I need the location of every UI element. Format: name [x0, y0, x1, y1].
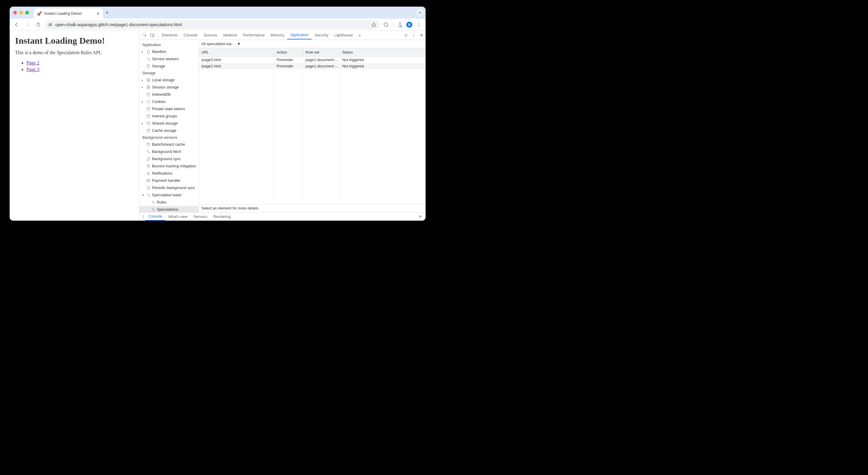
- svg-point-26: [147, 143, 150, 144]
- sidebar-item[interactable]: Notifications: [140, 170, 199, 177]
- minimize-window-button[interactable]: [19, 11, 23, 14]
- close-tab-icon[interactable]: ✕: [96, 11, 100, 16]
- profile-avatar[interactable]: B: [406, 22, 412, 28]
- tab-console[interactable]: Console: [181, 31, 200, 39]
- devtools-tabbar: Elements Console Sources Network Perform…: [140, 31, 426, 40]
- table-row[interactable]: /page2.html Prerender page1-document-… N…: [199, 63, 426, 69]
- drawer-tab-sensors[interactable]: Sensors: [190, 212, 210, 220]
- svg-point-19: [147, 100, 150, 103]
- application-main: All speculative loa… ▼ URL Action Rule s…: [199, 40, 426, 212]
- sidebar-item[interactable]: Storage: [140, 63, 199, 70]
- page-link[interactable]: Page 2: [27, 60, 39, 65]
- sidebar-item[interactable]: ▼Speculative loads: [140, 191, 199, 199]
- sidebar-item[interactable]: Periodic background sync: [140, 184, 199, 191]
- sidebar-item[interactable]: Private state tokens: [140, 106, 199, 113]
- sidebar-item-label: Interest groups: [152, 113, 177, 119]
- sidebar-item[interactable]: Service workers: [140, 55, 199, 63]
- close-devtools-icon[interactable]: ✕: [418, 33, 426, 38]
- sidebar-item[interactable]: ▸Session storage: [140, 84, 199, 91]
- svg-point-21: [149, 102, 149, 102]
- tab-favicon: 🚀: [37, 11, 42, 16]
- svg-point-10: [413, 33, 414, 34]
- site-settings-icon[interactable]: [48, 22, 53, 27]
- drawer-tab-console[interactable]: Console: [145, 212, 165, 220]
- drawer-tab-rendering[interactable]: Rendering: [210, 212, 234, 220]
- tab-elements[interactable]: Elements: [159, 31, 181, 39]
- cell-action: Prerender: [274, 57, 303, 63]
- browser-window: 🚀 Instant Loading Demo! ✕ + open-chalk-a…: [10, 7, 426, 220]
- col-header-ruleset[interactable]: Rule set: [303, 48, 340, 56]
- sidebar-subitem[interactable]: Rules: [140, 199, 199, 206]
- drawer-menu-icon[interactable]: [141, 215, 145, 219]
- maximize-window-button[interactable]: [25, 11, 29, 14]
- arrows-icon: [151, 207, 156, 212]
- tab-application[interactable]: Application: [287, 31, 311, 39]
- sidebar-subitem[interactable]: Speculations: [140, 206, 199, 212]
- sidebar-item[interactable]: ▸Manifest: [140, 48, 199, 55]
- tab-security[interactable]: Security: [312, 31, 331, 39]
- tree-arrow-icon: ▸: [142, 84, 145, 90]
- forward-button[interactable]: [23, 20, 32, 29]
- back-button[interactable]: [12, 20, 21, 29]
- drawer-close-icon[interactable]: ✕: [416, 214, 424, 219]
- address-bar[interactable]: open-chalk-asparagus.glitch.me/page1-doc…: [44, 20, 379, 29]
- db-icon: [146, 128, 151, 133]
- sidebar-item[interactable]: ▸Cookies: [140, 98, 199, 106]
- reload-button[interactable]: [34, 20, 43, 29]
- tab-performance[interactable]: Performance: [240, 31, 268, 39]
- sidebar-item-label: Local storage: [152, 77, 175, 83]
- browser-menu-icon[interactable]: [414, 20, 423, 29]
- sidebar-item[interactable]: Back/forward cache: [140, 141, 199, 148]
- tree-arrow-icon: ▸: [142, 49, 145, 55]
- tab-network[interactable]: Network: [220, 31, 240, 39]
- new-tab-button[interactable]: +: [103, 8, 111, 17]
- tab-memory[interactable]: Memory: [268, 31, 287, 39]
- table-empty-area: [199, 69, 426, 204]
- cell-url: /page3.html: [199, 57, 274, 63]
- svg-point-13: [148, 58, 149, 59]
- svg-point-18: [147, 93, 150, 94]
- page-intro: This is a demo of the Speculation Rules …: [15, 50, 134, 55]
- detail-placeholder: Select an element for more details: [199, 204, 426, 212]
- db-icon: [146, 121, 151, 125]
- sidebar-item[interactable]: Background fetch: [140, 148, 199, 155]
- svg-point-11: [413, 35, 414, 35]
- sidebar-item-label: Storage: [152, 63, 165, 69]
- tab-lighthouse[interactable]: Lighthouse: [331, 31, 356, 39]
- extensions-icon[interactable]: [381, 20, 390, 29]
- svg-rect-28: [147, 180, 150, 182]
- sidebar-item-label: Speculative loads: [152, 192, 182, 198]
- drawer-tab-whatsnew[interactable]: What's new: [165, 212, 190, 220]
- bookmark-icon[interactable]: [371, 22, 376, 27]
- sidebar-item[interactable]: ▸Local storage: [140, 77, 199, 84]
- device-toggle-icon[interactable]: [148, 33, 156, 37]
- table-row[interactable]: /page3.html Prerender page1-document-… N…: [199, 57, 426, 63]
- labs-icon[interactable]: [396, 20, 404, 29]
- close-window-button[interactable]: [13, 11, 17, 14]
- speculation-filter-dropdown[interactable]: All speculative loa… ▼: [199, 40, 426, 48]
- page-heading: Instant Loading Demo!: [15, 35, 134, 46]
- tab-overflow-button[interactable]: [416, 9, 424, 16]
- devtools-menu-icon[interactable]: [410, 33, 418, 37]
- db-icon: [146, 92, 151, 97]
- sidebar-item[interactable]: Interest groups: [140, 113, 199, 120]
- tree-arrow-icon: ▼: [142, 192, 145, 198]
- filter-label: All speculative loa…: [202, 42, 235, 46]
- sidebar-item[interactable]: Cache storage: [140, 127, 199, 134]
- sidebar-item[interactable]: Payment handler: [140, 177, 199, 184]
- col-header-url[interactable]: URL: [199, 48, 274, 56]
- col-header-action[interactable]: Action: [274, 48, 303, 56]
- page-link[interactable]: Page 3: [27, 67, 39, 72]
- bell-icon: [146, 171, 151, 176]
- tab-sources[interactable]: Sources: [200, 31, 220, 39]
- settings-gear-icon[interactable]: [402, 33, 410, 38]
- sidebar-item[interactable]: ▸Shared storage: [140, 120, 199, 127]
- browser-tab[interactable]: 🚀 Instant Loading Demo! ✕: [34, 8, 103, 19]
- overflow-tabs-icon[interactable]: »: [356, 33, 364, 38]
- col-header-status[interactable]: Status: [340, 48, 426, 56]
- sidebar-item[interactable]: Bounce tracking mitigation: [140, 162, 199, 170]
- sidebar-item[interactable]: IndexedDB: [140, 91, 199, 98]
- inspect-element-icon[interactable]: [141, 33, 148, 37]
- sidebar-item[interactable]: Background sync: [140, 155, 199, 162]
- application-sidebar[interactable]: Application▸ManifestService workersStora…: [140, 40, 199, 212]
